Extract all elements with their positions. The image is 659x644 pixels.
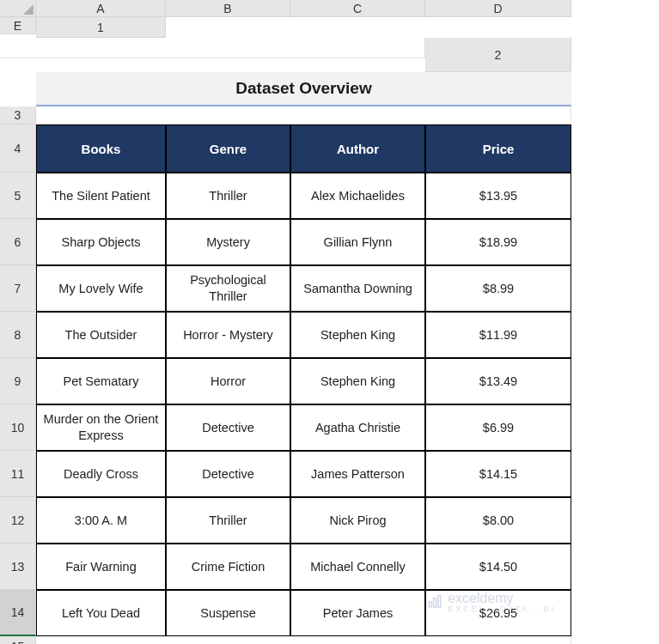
cell-author[interactable]: Agatha Christie bbox=[290, 404, 425, 451]
cell-price[interactable]: $14.50 bbox=[425, 544, 571, 590]
cell[interactable] bbox=[36, 106, 571, 125]
row-header-4[interactable]: 4 bbox=[0, 125, 36, 173]
col-header-C[interactable]: C bbox=[290, 0, 425, 17]
table-header-author[interactable]: Author bbox=[290, 125, 425, 173]
cell-price[interactable]: $8.00 bbox=[425, 497, 571, 544]
cell-price[interactable]: $13.49 bbox=[425, 358, 571, 404]
cell-author[interactable]: James Patterson bbox=[290, 451, 425, 497]
col-header-E[interactable]: E bbox=[0, 17, 36, 34]
row-header-12[interactable]: 12 bbox=[0, 497, 36, 544]
cell-author[interactable]: Stephen King bbox=[290, 358, 425, 404]
cell-book[interactable]: My Lovely Wife bbox=[36, 265, 166, 312]
cell-author[interactable]: Gillian Flynn bbox=[290, 219, 425, 265]
cell-book[interactable]: Deadly Cross bbox=[36, 451, 166, 497]
cell-genre[interactable]: Horror bbox=[166, 358, 290, 404]
cell-book[interactable]: The Outsider bbox=[36, 312, 166, 358]
cell-author[interactable]: Peter James bbox=[290, 590, 425, 636]
cell-author[interactable]: Alex Michaelides bbox=[290, 173, 425, 219]
row-header-3[interactable]: 3 bbox=[0, 106, 36, 125]
page-title[interactable]: Dataset Overview bbox=[36, 72, 571, 106]
cell-genre[interactable]: Psychological Thriller bbox=[166, 265, 290, 312]
cell-book[interactable]: Sharp Objects bbox=[36, 219, 166, 265]
cell-price[interactable]: $6.99 bbox=[425, 404, 571, 451]
row-header-9[interactable]: 9 bbox=[0, 358, 36, 404]
table-header-genre[interactable]: Genre bbox=[166, 125, 290, 173]
row-header-8[interactable]: 8 bbox=[0, 312, 36, 358]
cell-genre[interactable]: Detective bbox=[166, 451, 290, 497]
cell-price[interactable]: $11.99 bbox=[425, 312, 571, 358]
cell-genre[interactable]: Horror - Mystery bbox=[166, 312, 290, 358]
row-header-6[interactable]: 6 bbox=[0, 219, 36, 265]
select-all-corner[interactable] bbox=[0, 0, 36, 17]
cell-genre[interactable]: Detective bbox=[166, 404, 290, 451]
spreadsheet-grid: A B C D E 1 2 Dataset Overview 3 4 Books… bbox=[0, 0, 659, 644]
row-header-2[interactable]: 2 bbox=[425, 38, 571, 72]
cell-price[interactable]: $14.15 bbox=[425, 451, 571, 497]
cell-price[interactable]: $13.95 bbox=[425, 173, 571, 219]
cell-genre[interactable]: Thriller bbox=[166, 173, 290, 219]
table-header-books[interactable]: Books bbox=[36, 125, 166, 173]
cell-book[interactable]: Fair Warning bbox=[36, 544, 166, 590]
col-header-D[interactable]: D bbox=[425, 0, 571, 17]
row-header-15[interactable]: 15 bbox=[0, 636, 36, 644]
row-header-11[interactable]: 11 bbox=[0, 451, 36, 497]
cell-book[interactable]: 3:00 A. M bbox=[36, 497, 166, 544]
cell-book[interactable]: Pet Sematary bbox=[36, 358, 166, 404]
col-header-B[interactable]: B bbox=[166, 0, 290, 17]
cell[interactable] bbox=[36, 636, 571, 644]
cell-price[interactable]: $18.99 bbox=[425, 219, 571, 265]
cell-book[interactable]: The Silent Patient bbox=[36, 173, 166, 219]
cell-price[interactable]: $8.99 bbox=[425, 265, 571, 312]
row-header-14[interactable]: 14 bbox=[0, 590, 36, 636]
row-header-10[interactable]: 10 bbox=[0, 404, 36, 451]
cell-price[interactable]: $26.95 bbox=[425, 590, 571, 636]
cell-book[interactable]: Left You Dead bbox=[36, 590, 166, 636]
table-header-price[interactable]: Price bbox=[425, 125, 571, 173]
cell-genre[interactable]: Crime Fiction bbox=[166, 544, 290, 590]
cell-book[interactable]: Murder on the Orient Express bbox=[36, 404, 166, 451]
col-header-A[interactable]: A bbox=[36, 0, 166, 17]
row-header-7[interactable]: 7 bbox=[0, 265, 36, 312]
cell-genre[interactable]: Mystery bbox=[166, 219, 290, 265]
cell-author[interactable]: Samantha Downing bbox=[290, 265, 425, 312]
row-header-13[interactable]: 13 bbox=[0, 544, 36, 590]
cell-author[interactable]: Stephen King bbox=[290, 312, 425, 358]
row-header-5[interactable]: 5 bbox=[0, 173, 36, 219]
cell-author[interactable]: Michael Connelly bbox=[290, 544, 425, 590]
cell-genre[interactable]: Suspense bbox=[166, 590, 290, 636]
cell-author[interactable]: Nick Pirog bbox=[290, 497, 425, 544]
cell-genre[interactable]: Thriller bbox=[166, 497, 290, 544]
cell[interactable] bbox=[0, 38, 425, 58]
row-header-1[interactable]: 1 bbox=[36, 17, 166, 38]
